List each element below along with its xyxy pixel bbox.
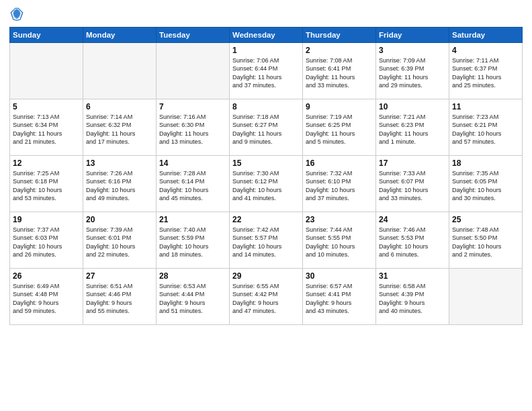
day-number: 2 [306,46,373,55]
day-info: Sunrise: 7:37 AM Sunset: 6:03 PM Dayligh… [13,226,80,259]
day-number: 12 [13,158,80,168]
day-info: Sunrise: 7:09 AM Sunset: 6:39 PM Dayligh… [379,56,446,89]
calendar-cell: 19Sunrise: 7:37 AM Sunset: 6:03 PM Dayli… [10,212,83,269]
calendar-cell: 22Sunrise: 7:42 AM Sunset: 5:57 PM Dayli… [230,212,303,269]
day-number: 17 [379,158,446,168]
day-number: 14 [159,158,226,168]
day-info: Sunrise: 7:25 AM Sunset: 6:18 PM Dayligh… [13,169,80,202]
week-row-3: 12Sunrise: 7:25 AM Sunset: 6:18 PM Dayli… [10,156,523,212]
day-number: 29 [232,271,300,281]
calendar-cell: 5Sunrise: 7:13 AM Sunset: 6:34 PM Daylig… [10,99,83,156]
calendar-cell: 11Sunrise: 7:23 AM Sunset: 6:21 PM Dayli… [449,99,523,156]
day-number: 26 [13,271,80,281]
weekday-header-friday: Friday [376,28,449,43]
calendar-cell: 29Sunrise: 6:55 AM Sunset: 4:42 PM Dayli… [230,269,303,325]
calendar-cell [157,43,230,99]
day-info: Sunrise: 7:13 AM Sunset: 6:34 PM Dayligh… [13,113,80,146]
week-row-2: 5Sunrise: 7:13 AM Sunset: 6:34 PM Daylig… [10,99,523,156]
calendar-cell: 24Sunrise: 7:46 AM Sunset: 5:53 PM Dayli… [376,212,449,269]
day-info: Sunrise: 7:46 AM Sunset: 5:53 PM Dayligh… [379,226,446,259]
day-info: Sunrise: 6:58 AM Sunset: 4:39 PM Dayligh… [379,282,446,315]
day-info: Sunrise: 6:51 AM Sunset: 4:46 PM Dayligh… [86,282,153,315]
day-number: 21 [159,215,226,224]
day-info: Sunrise: 7:39 AM Sunset: 6:01 PM Dayligh… [86,226,153,259]
calendar-cell: 4Sunrise: 7:11 AM Sunset: 6:37 PM Daylig… [449,43,523,99]
calendar-cell [83,43,157,99]
day-info: Sunrise: 6:55 AM Sunset: 4:42 PM Dayligh… [232,282,300,315]
calendar-cell: 1Sunrise: 7:06 AM Sunset: 6:44 PM Daylig… [230,43,303,99]
day-number: 25 [452,215,519,224]
weekday-header-monday: Monday [83,28,157,43]
day-number: 23 [306,215,373,224]
calendar-cell: 14Sunrise: 7:28 AM Sunset: 6:14 PM Dayli… [157,156,230,212]
day-number: 31 [379,271,446,281]
calendar-cell: 6Sunrise: 7:14 AM Sunset: 6:32 PM Daylig… [83,99,157,156]
day-info: Sunrise: 7:40 AM Sunset: 5:59 PM Dayligh… [159,226,226,259]
day-number: 28 [159,271,226,281]
day-info: Sunrise: 6:53 AM Sunset: 4:44 PM Dayligh… [159,282,226,315]
day-number: 9 [306,102,373,111]
day-info: Sunrise: 7:08 AM Sunset: 6:41 PM Dayligh… [306,56,373,89]
day-info: Sunrise: 7:18 AM Sunset: 6:27 PM Dayligh… [232,113,300,146]
day-number: 11 [452,102,519,111]
day-info: Sunrise: 7:21 AM Sunset: 6:23 PM Dayligh… [379,113,446,146]
page-container: SundayMondayTuesdayWednesdayThursdayFrid… [0,0,532,329]
calendar-cell: 28Sunrise: 6:53 AM Sunset: 4:44 PM Dayli… [157,269,230,325]
weekday-header-row: SundayMondayTuesdayWednesdayThursdayFrid… [10,28,523,43]
day-info: Sunrise: 7:32 AM Sunset: 6:10 PM Dayligh… [306,169,373,202]
day-number: 30 [306,271,373,281]
day-number: 24 [379,215,446,224]
day-number: 8 [232,102,300,111]
calendar-cell: 23Sunrise: 7:44 AM Sunset: 5:55 PM Dayli… [303,212,376,269]
calendar-cell: 27Sunrise: 6:51 AM Sunset: 4:46 PM Dayli… [83,269,157,325]
day-number: 13 [86,158,153,168]
calendar-cell: 20Sunrise: 7:39 AM Sunset: 6:01 PM Dayli… [83,212,157,269]
day-number: 1 [232,46,300,55]
calendar-cell [10,43,83,99]
weekday-header-thursday: Thursday [303,28,376,43]
logo [9,7,26,21]
calendar-cell: 25Sunrise: 7:48 AM Sunset: 5:50 PM Dayli… [449,212,523,269]
weekday-header-sunday: Sunday [10,28,83,43]
calendar-cell: 30Sunrise: 6:57 AM Sunset: 4:41 PM Dayli… [303,269,376,325]
day-number: 16 [306,158,373,168]
day-number: 3 [379,46,446,55]
calendar-cell: 26Sunrise: 6:49 AM Sunset: 4:48 PM Dayli… [10,269,83,325]
calendar-cell: 21Sunrise: 7:40 AM Sunset: 5:59 PM Dayli… [157,212,230,269]
weekday-header-wednesday: Wednesday [230,28,303,43]
calendar-cell [449,269,523,325]
day-info: Sunrise: 7:19 AM Sunset: 6:25 PM Dayligh… [306,113,373,146]
day-number: 4 [452,46,519,55]
weekday-header-saturday: Saturday [449,28,523,43]
day-info: Sunrise: 7:30 AM Sunset: 6:12 PM Dayligh… [232,169,300,202]
calendar-cell: 18Sunrise: 7:35 AM Sunset: 6:05 PM Dayli… [449,156,523,212]
calendar-cell: 16Sunrise: 7:32 AM Sunset: 6:10 PM Dayli… [303,156,376,212]
calendar: SundayMondayTuesdayWednesdayThursdayFrid… [9,27,523,325]
day-info: Sunrise: 7:35 AM Sunset: 6:05 PM Dayligh… [452,169,519,202]
day-info: Sunrise: 7:44 AM Sunset: 5:55 PM Dayligh… [306,226,373,259]
day-info: Sunrise: 7:48 AM Sunset: 5:50 PM Dayligh… [452,226,519,259]
day-info: Sunrise: 7:11 AM Sunset: 6:37 PM Dayligh… [452,56,519,89]
day-info: Sunrise: 7:23 AM Sunset: 6:21 PM Dayligh… [452,113,519,146]
calendar-cell: 8Sunrise: 7:18 AM Sunset: 6:27 PM Daylig… [230,99,303,156]
day-number: 18 [452,158,519,168]
calendar-cell: 15Sunrise: 7:30 AM Sunset: 6:12 PM Dayli… [230,156,303,212]
day-info: Sunrise: 7:26 AM Sunset: 6:16 PM Dayligh… [86,169,153,202]
calendar-cell: 9Sunrise: 7:19 AM Sunset: 6:25 PM Daylig… [303,99,376,156]
day-info: Sunrise: 6:49 AM Sunset: 4:48 PM Dayligh… [13,282,80,315]
day-number: 10 [379,102,446,111]
calendar-cell: 13Sunrise: 7:26 AM Sunset: 6:16 PM Dayli… [83,156,157,212]
day-number: 22 [232,215,300,224]
calendar-cell: 12Sunrise: 7:25 AM Sunset: 6:18 PM Dayli… [10,156,83,212]
calendar-cell: 2Sunrise: 7:08 AM Sunset: 6:41 PM Daylig… [303,43,376,99]
logo-icon [9,7,24,21]
day-number: 20 [86,215,153,224]
day-info: Sunrise: 7:28 AM Sunset: 6:14 PM Dayligh… [159,169,226,202]
calendar-cell: 10Sunrise: 7:21 AM Sunset: 6:23 PM Dayli… [376,99,449,156]
week-row-5: 26Sunrise: 6:49 AM Sunset: 4:48 PM Dayli… [10,269,523,325]
calendar-cell: 31Sunrise: 6:58 AM Sunset: 4:39 PM Dayli… [376,269,449,325]
day-info: Sunrise: 7:06 AM Sunset: 6:44 PM Dayligh… [232,56,300,89]
day-number: 19 [13,215,80,224]
calendar-cell: 17Sunrise: 7:33 AM Sunset: 6:07 PM Dayli… [376,156,449,212]
day-number: 7 [159,102,226,111]
